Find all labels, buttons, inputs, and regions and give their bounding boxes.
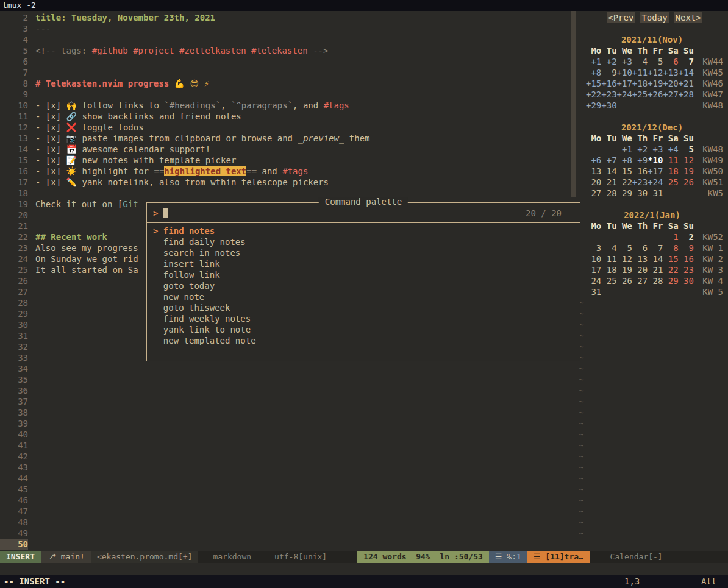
command-line[interactable]: :lua require('telekasten').panel() [0, 563, 728, 575]
calendar-day[interactable]: +2 [632, 144, 648, 155]
editor-line[interactable]: 50 [0, 539, 576, 550]
calendar-day[interactable]: +22 [586, 89, 601, 100]
calendar-day[interactable]: 30 [632, 188, 648, 199]
calendar-day[interactable]: +26 [648, 89, 663, 100]
editor-line[interactable]: 7 [0, 67, 576, 78]
calendar-day[interactable]: +9 [632, 155, 648, 166]
calendar-day[interactable]: 11 [601, 253, 616, 264]
calendar-day[interactable]: 10 [586, 253, 601, 264]
calendar-day[interactable]: 21 [648, 264, 663, 275]
editor-line[interactable]: 14- [x] 📅 awesome calendar support! [0, 144, 576, 155]
editor-line[interactable]: 39 [0, 418, 576, 429]
calendar-day[interactable]: 12 [679, 155, 694, 166]
editor-line[interactable]: 45 [0, 484, 576, 495]
calendar-day[interactable]: +24 [648, 177, 663, 188]
calendar-day[interactable]: +29 [586, 100, 601, 111]
result-item[interactable]: new note [147, 291, 580, 302]
calendar-day[interactable]: +18 [632, 78, 648, 89]
calendar-day[interactable]: 30 [679, 275, 694, 286]
editor-line[interactable]: 8# Telekasten.nvim progress 💪 😎 ⚡ [0, 78, 576, 89]
editor-line[interactable]: 48 [0, 517, 576, 528]
calendar-day[interactable]: +20 [663, 78, 678, 89]
editor-line[interactable]: 13- [x] 📷 paste images from clipboard or… [0, 133, 576, 144]
calendar-day[interactable]: 25 [601, 275, 616, 286]
calendar-day[interactable]: 18 [663, 166, 678, 177]
calendar-day[interactable]: +1 [617, 144, 632, 155]
calendar-day[interactable]: 5 [617, 243, 632, 253]
calendar-day[interactable]: 15 [663, 253, 678, 264]
calendar-day[interactable]: 11 [663, 155, 678, 166]
calendar-day[interactable]: 15 [617, 166, 632, 177]
calendar-day[interactable]: +8 [617, 155, 632, 166]
calendar-day[interactable]: +28 [679, 89, 694, 100]
editor-line[interactable]: 46 [0, 495, 576, 506]
calendar-day[interactable]: 8 [663, 243, 678, 253]
calendar-day[interactable]: +1 [586, 56, 601, 67]
calendar-day[interactable]: 13 [586, 166, 601, 177]
calendar-day[interactable]: 4 [601, 243, 616, 253]
calendar-day[interactable]: 24 [586, 275, 601, 286]
calendar-day[interactable]: +3 [617, 56, 632, 67]
editor-line[interactable]: 10- [x] 🙌 follow links to `#headings`, `… [0, 100, 576, 111]
calendar-day[interactable]: +3 [648, 144, 663, 155]
editor-line[interactable]: 42 [0, 451, 576, 462]
calendar-day[interactable]: +2 [601, 56, 616, 67]
calendar-day[interactable]: +23 [601, 89, 616, 100]
calendar-day[interactable]: +21 [679, 78, 694, 89]
result-item[interactable]: goto today [147, 280, 580, 291]
calendar-day[interactable]: 26 [679, 177, 694, 188]
editor-line[interactable]: 43 [0, 462, 576, 473]
editor-line[interactable]: 37 [0, 396, 576, 407]
calendar-day[interactable]: 29 [663, 275, 678, 286]
calendar-day[interactable]: +14 [679, 67, 694, 78]
result-item[interactable]: insert link [147, 258, 580, 269]
calendar-day[interactable]: 22 [617, 177, 632, 188]
calendar-day[interactable]: 12 [617, 253, 632, 264]
editor-line[interactable]: 6 [0, 56, 576, 67]
calendar-day[interactable]: 20 [586, 177, 601, 188]
editor-line[interactable]: 18 [0, 188, 576, 199]
calendar-day[interactable]: 1 [663, 232, 678, 243]
calendar-day[interactable]: 3 [586, 243, 601, 253]
editor-line[interactable]: 47 [0, 506, 576, 517]
calendar-day[interactable]: 20 [632, 264, 648, 275]
editor-line[interactable]: 17- [x] ✏️ yank notelink, also from wthi… [0, 177, 576, 188]
editor-line[interactable]: 41 [0, 440, 576, 451]
result-item[interactable]: follow link [147, 269, 580, 280]
editor-line[interactable]: 49 [0, 528, 576, 539]
editor-line[interactable]: 35 [0, 374, 576, 385]
result-item[interactable]: new templated note [147, 335, 580, 346]
calendar-day[interactable]: 28 [601, 188, 616, 199]
editor-line[interactable]: 9 [0, 89, 576, 100]
calendar-day[interactable]: 14 [648, 253, 663, 264]
calendar-day[interactable]: 23 [679, 264, 694, 275]
editor-line[interactable]: 3--- [0, 23, 576, 34]
scrollbar-thumb[interactable] [571, 11, 576, 197]
calendar-day[interactable]: +25 [632, 89, 648, 100]
calendar-day[interactable]: 16 [632, 166, 648, 177]
editor-line[interactable]: 40 [0, 429, 576, 440]
calendar-day[interactable]: 5 [679, 144, 694, 155]
calendar-day[interactable]: 26 [617, 275, 632, 286]
editor-line[interactable]: 11- [x] 🔗 show backlinks and friend note… [0, 111, 576, 122]
calendar-day[interactable]: +15 [586, 78, 601, 89]
calendar-day[interactable]: 9 [679, 243, 694, 253]
calendar-day[interactable]: 19 [679, 166, 694, 177]
calendar-day[interactable]: +27 [663, 89, 678, 100]
result-item[interactable]: goto thisweek [147, 302, 580, 313]
calendar-day[interactable]: 18 [601, 264, 616, 275]
editor-line[interactable]: 38 [0, 407, 576, 418]
editor-line[interactable]: 2title: Tuesday, November 23th, 2021 [0, 12, 576, 23]
calendar-day[interactable]: +6 [586, 155, 601, 166]
calendar-day[interactable]: 31 [586, 286, 601, 297]
calendar-day[interactable]: 28 [648, 275, 663, 286]
calendar-day[interactable]: 7 [679, 56, 694, 67]
calendar-day[interactable]: 4 [632, 56, 648, 67]
calendar-day[interactable]: 14 [601, 166, 616, 177]
calendar-next-button[interactable]: Next> [674, 12, 702, 23]
calendar-day[interactable]: 16 [679, 253, 694, 264]
palette-prompt-input[interactable]: > 20 / 20 [147, 207, 580, 220]
calendar-day[interactable]: +4 [663, 144, 678, 155]
calendar-day[interactable]: +7 [601, 155, 616, 166]
result-item[interactable]: find daily notes [147, 236, 580, 247]
